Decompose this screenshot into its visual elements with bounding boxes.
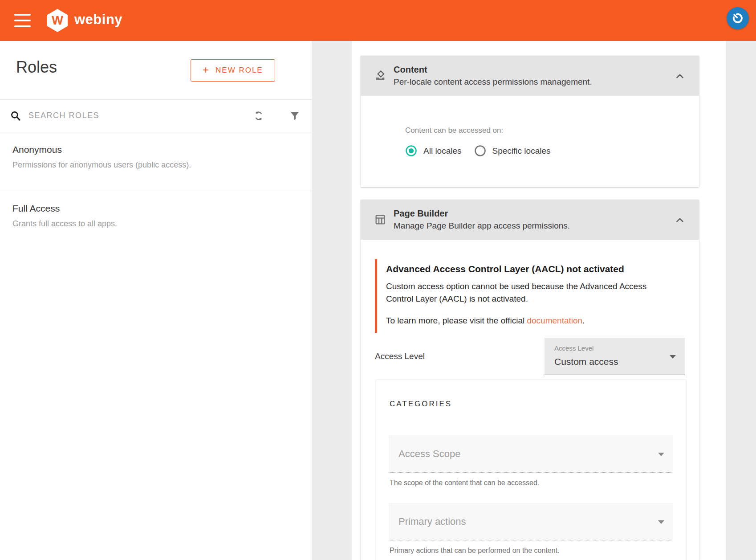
radio-all-locales[interactable]: All locales xyxy=(405,145,462,157)
search-icon xyxy=(10,110,21,122)
categories-card: CATEGORIES Access Scope The scope of the… xyxy=(376,380,686,560)
search-input[interactable] xyxy=(28,111,180,120)
chevron-up-icon[interactable] xyxy=(674,70,686,82)
role-name: Anonymous xyxy=(12,144,62,155)
filter-icon[interactable] xyxy=(289,110,300,121)
radio-label[interactable]: All locales xyxy=(423,146,462,156)
role-list-item-full-access[interactable]: Full Access Grants full access to all ap… xyxy=(0,191,312,249)
page-builder-accordion-header[interactable]: Page Builder Manage Page Builder app acc… xyxy=(361,200,699,240)
webiny-logo[interactable]: W webiny xyxy=(47,8,122,33)
dropdown-arrow-icon xyxy=(658,520,664,524)
page-builder-subtitle: Manage Page Builder app access permissio… xyxy=(394,221,570,231)
app-header: W webiny xyxy=(0,0,756,41)
page-title: Roles xyxy=(16,58,57,77)
primary-actions-helper: Primary actions that can be performed on… xyxy=(390,547,673,555)
radio-specific-locales[interactable]: Specific locales xyxy=(474,145,551,157)
role-name: Full Access xyxy=(12,203,60,214)
page-builder-section: Page Builder Manage Page Builder app acc… xyxy=(361,200,699,560)
access-level-label: Access Level xyxy=(375,352,425,361)
page-builder-table-icon xyxy=(374,213,386,226)
page-builder-title: Page Builder xyxy=(394,208,570,219)
access-level-row: Access Level Access Level Custom access xyxy=(375,338,685,375)
logo-letter: W xyxy=(52,14,63,28)
screen: W webiny Roles + NEW ROLE xyxy=(0,0,756,560)
radio-selected-icon xyxy=(405,145,417,157)
select-placeholder: Primary actions xyxy=(398,516,466,527)
plus-icon: + xyxy=(203,64,210,76)
aacl-warning-body: Custom access option cannot be used beca… xyxy=(386,280,667,305)
search-bar xyxy=(0,99,312,132)
menu-icon[interactable] xyxy=(14,14,31,27)
roles-panel: Roles + NEW ROLE xyxy=(0,41,312,560)
locales-radio-group: Content can be accessed on: All locales xyxy=(405,126,551,157)
radio-unselected-icon xyxy=(474,145,486,157)
content-header-text: Content Per-locale content access permis… xyxy=(394,65,592,87)
dropdown-arrow-icon xyxy=(670,355,676,359)
radio-label[interactable]: Specific locales xyxy=(492,146,551,156)
dropdown-arrow-icon xyxy=(658,453,664,456)
select-value: Custom access xyxy=(554,356,618,367)
cta-prefix: To learn more, please visit the official xyxy=(386,316,527,325)
chevron-up-icon[interactable] xyxy=(674,214,686,226)
search-actions xyxy=(253,99,300,132)
power-icon xyxy=(731,12,744,25)
permissions-panel: Content Per-locale content access permis… xyxy=(352,41,726,560)
primary-actions-select[interactable]: Primary actions xyxy=(389,503,673,540)
content-vote-icon xyxy=(374,69,386,82)
select-floating-label: Access Level xyxy=(554,344,593,352)
categories-heading: CATEGORIES xyxy=(390,400,673,409)
aacl-warning-title: Advanced Access Control Layer (AACL) not… xyxy=(386,264,663,274)
content-accordion-header[interactable]: Content Per-locale content access permis… xyxy=(361,56,699,96)
access-scope-helper: The scope of the content that can be acc… xyxy=(390,479,673,487)
cta-suffix: . xyxy=(582,316,585,325)
content-title: Content xyxy=(394,65,592,75)
new-role-label: NEW ROLE xyxy=(215,66,263,75)
content-section: Content Per-locale content access permis… xyxy=(361,56,699,187)
avatar[interactable] xyxy=(727,7,749,29)
access-level-select[interactable]: Access Level Custom access xyxy=(545,338,685,375)
aacl-warning-cta: To learn more, please visit the official… xyxy=(386,316,663,326)
content-subtitle: Per-locale content access permissions ma… xyxy=(394,77,592,87)
page-builder-header-text: Page Builder Manage Page Builder app acc… xyxy=(394,208,570,231)
aacl-warning: Advanced Access Control Layer (AACL) not… xyxy=(375,259,663,333)
logo-hexagon: W xyxy=(47,9,68,32)
role-description: Permissions for anonymous users (public … xyxy=(12,160,191,170)
locales-question: Content can be accessed on: xyxy=(405,126,551,135)
brand-text: webiny xyxy=(74,12,122,29)
select-placeholder: Access Scope xyxy=(398,448,460,460)
access-scope-select[interactable]: Access Scope xyxy=(389,435,673,473)
role-description: Grants full access to all apps. xyxy=(12,219,117,229)
refresh-icon[interactable] xyxy=(253,110,264,122)
new-role-button[interactable]: + NEW ROLE xyxy=(191,59,275,82)
documentation-link[interactable]: documentation xyxy=(527,316,582,325)
role-list-item-anonymous[interactable]: Anonymous Permissions for anonymous user… xyxy=(0,132,312,191)
